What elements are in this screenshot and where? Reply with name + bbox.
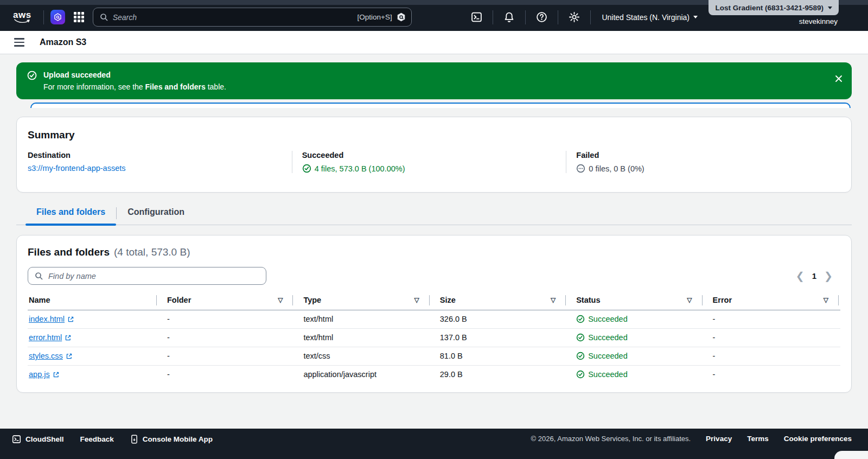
success-check-icon (576, 333, 585, 342)
destination-column: Destination s3://my-frontend-app-assets (28, 151, 292, 173)
filter-icon[interactable]: ▽ (687, 296, 692, 304)
cloudshell-button[interactable]: CloudShell (12, 435, 64, 444)
chevron-down-icon (693, 16, 698, 18)
end-cell (838, 347, 840, 365)
folder-cell: - (156, 365, 292, 384)
file-link[interactable]: error.html (29, 333, 72, 342)
file-link[interactable]: index.html (29, 315, 74, 323)
tab-bar: Files and folders Configuration (16, 204, 852, 225)
filter-icon[interactable]: ▽ (414, 296, 419, 304)
aws-logo[interactable]: aws (13, 11, 31, 23)
notifications-bell-icon[interactable] (493, 10, 525, 24)
status-badge: Succeeded (588, 315, 628, 323)
current-page-number[interactable]: 1 (812, 271, 816, 280)
upload-success-banner: Upload succeeded For more information, s… (16, 62, 852, 99)
filter-icon[interactable]: ▽ (278, 296, 283, 304)
success-check-icon (576, 370, 585, 379)
external-link-icon (66, 353, 73, 360)
region-selector[interactable]: United States (N. Virginia) (591, 13, 702, 22)
cloudshell-icon[interactable] (461, 10, 493, 24)
folder-cell: - (156, 310, 292, 328)
amazon-q-icon[interactable] (50, 10, 65, 24)
status-cell: Succeeded (565, 365, 701, 384)
feedback-button[interactable]: Feedback (80, 435, 114, 443)
succeeded-value: 4 files, 573.0 B (100.00%) (315, 164, 405, 173)
global-search[interactable]: [Option+S] (93, 8, 412, 27)
previous-page-button[interactable]: ❮ (796, 271, 805, 281)
size-cell: 29.0 B (429, 365, 565, 384)
banner-title: Upload succeeded (43, 69, 226, 81)
status-cell: Succeeded (565, 310, 701, 328)
succeeded-label: Succeeded (302, 151, 566, 160)
column-label: Size (440, 296, 456, 304)
column-header-status: Status▽ (565, 292, 701, 310)
table-row: app.js-application/javascript29.0 BSucce… (28, 365, 840, 384)
services-grid-icon[interactable] (74, 12, 84, 22)
settings-gear-icon[interactable] (558, 10, 590, 24)
privacy-link[interactable]: Privacy (706, 435, 732, 443)
column-label: Status (576, 296, 600, 304)
folder-cell: - (156, 328, 292, 347)
end-cell (838, 310, 840, 328)
files-panel-title: Files and folders (28, 246, 110, 258)
region-label: United States (N. Virginia) (602, 13, 690, 22)
filter-icon[interactable]: ▽ (824, 296, 828, 304)
file-name: error.html (29, 333, 62, 342)
column-label: Error (713, 296, 732, 304)
external-link-icon (67, 316, 74, 323)
column-header-size: Size▽ (429, 292, 565, 310)
service-header-bar: Amazon S3 (0, 31, 868, 54)
tab-configuration[interactable]: Configuration (117, 207, 195, 225)
external-link-icon (65, 334, 72, 341)
top-navigation-bar: aws [Option+S] United States (N. Virgin (0, 0, 868, 31)
search-icon (100, 13, 108, 22)
terms-link[interactable]: Terms (747, 435, 769, 443)
end-cell (838, 365, 840, 384)
cookie-preferences-link[interactable]: Cookie preferences (784, 435, 852, 443)
feedback-label: Feedback (80, 435, 114, 443)
hamburger-menu-icon[interactable] (14, 38, 24, 47)
close-icon[interactable] (834, 74, 843, 83)
file-name: app.js (29, 370, 50, 379)
status-badge: Succeeded (588, 352, 628, 360)
status-badge: Succeeded (588, 333, 628, 342)
search-input[interactable] (113, 13, 353, 22)
destination-bucket-link[interactable]: s3://my-frontend-app-assets (28, 164, 126, 173)
files-panel-count: (4 total, 573.0 B) (114, 246, 190, 258)
size-cell: 137.0 B (429, 328, 565, 347)
table-row: error.html-text/html137.0 BSucceeded- (28, 328, 840, 347)
table-row: styles.css-text/css81.0 BSucceeded- (28, 347, 840, 365)
ellipsis-circle-icon (576, 164, 585, 173)
size-cell: 326.0 B (429, 310, 565, 328)
account-menu[interactable]: Lost Gradient (6831-3421-9589) (709, 0, 839, 15)
type-cell: application/javascript (292, 365, 429, 384)
filter-icon[interactable]: ▽ (551, 296, 556, 304)
tab-files-and-folders[interactable]: Files and folders (25, 207, 116, 225)
console-mobile-app-button[interactable]: Console Mobile App (130, 435, 213, 444)
type-cell: text/html (292, 310, 429, 328)
find-by-name-input[interactable] (48, 272, 259, 280)
file-link[interactable]: app.js (29, 370, 60, 379)
type-cell: text/css (292, 347, 429, 365)
find-by-name-field[interactable] (28, 267, 266, 285)
banner-message: For more information, see the Files and … (43, 81, 226, 93)
search-icon (35, 272, 43, 280)
column-header-end (838, 292, 840, 310)
file-link[interactable]: styles.css (29, 352, 73, 360)
search-shortcut-hint: [Option+S] (357, 13, 392, 21)
error-cell: - (702, 310, 838, 328)
failed-label: Failed (576, 151, 840, 160)
corner-widget-notch (834, 451, 868, 459)
type-cell: text/html (292, 328, 429, 347)
main-content: Upload succeeded For more information, s… (0, 54, 868, 429)
error-cell: - (702, 347, 838, 365)
next-page-button[interactable]: ❯ (824, 271, 833, 281)
success-check-icon (27, 71, 37, 92)
column-label: Name (29, 296, 50, 304)
stacked-notification-peek (30, 103, 851, 108)
help-icon[interactable] (526, 10, 558, 24)
status-badge: Succeeded (588, 370, 628, 379)
folder-cell: - (156, 347, 292, 365)
error-cell: - (702, 328, 838, 347)
status-cell: Succeeded (565, 328, 701, 347)
